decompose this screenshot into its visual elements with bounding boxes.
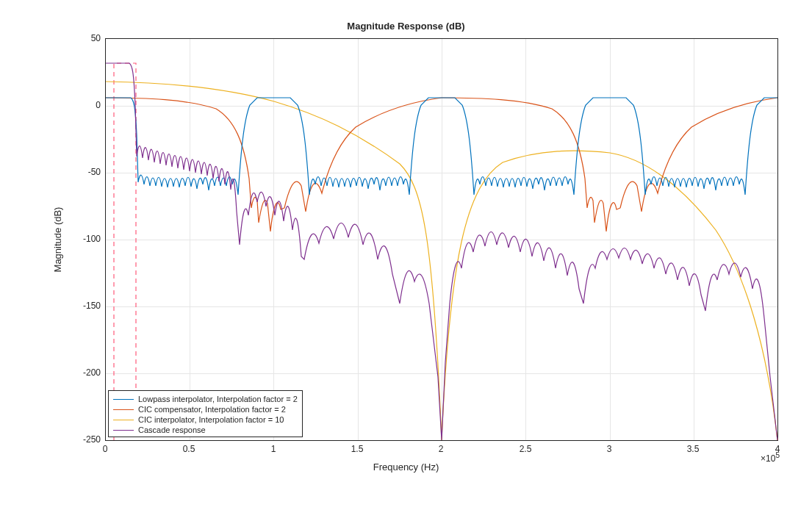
series-cic-comp [106, 98, 777, 231]
legend-swatch [113, 409, 134, 410]
legend-label: CIC compensator, Interpolation factor = … [138, 404, 286, 414]
legend-item: Lowpass interpolator, Interpolation fact… [113, 394, 298, 404]
series-cic-interp [106, 82, 777, 440]
xtick: 3 [587, 444, 631, 454]
xtick: 2.5 [503, 444, 547, 454]
ytick: 50 [71, 33, 101, 43]
legend-swatch [113, 420, 134, 420]
xtick: 3.5 [671, 444, 715, 454]
legend-swatch [113, 399, 134, 400]
plot-area [105, 38, 778, 441]
xtick: 0.5 [167, 444, 211, 454]
ytick: -150 [71, 301, 101, 311]
legend-label: CIC interpolator, Interpolation factor =… [138, 414, 284, 425]
xtick: 0 [83, 444, 127, 454]
mask-line [114, 63, 136, 440]
legend-label: Lowpass interpolator, Interpolation fact… [138, 394, 298, 404]
ytick: -100 [71, 234, 101, 244]
ytick: -250 [71, 434, 101, 445]
xtick: 2 [419, 444, 463, 454]
ytick: -50 [71, 167, 101, 177]
series-lowpass [106, 98, 777, 195]
x-axis-label: Frequency (Hz) [0, 461, 812, 473]
chart-container: Magnitude Response (dB) [0, 0, 812, 510]
y-axis-label: Magnitude (dB) [52, 207, 63, 273]
ytick: 0 [71, 100, 101, 110]
series-cascade [106, 63, 777, 440]
legend-label: Cascade response [138, 425, 206, 435]
plot-svg [106, 39, 777, 440]
xtick: 1 [251, 444, 295, 454]
legend-item: CIC interpolator, Interpolation factor =… [113, 414, 298, 425]
xtick: 1.5 [335, 444, 379, 454]
legend-item: Cascade response [113, 425, 298, 435]
chart-title: Magnitude Response (dB) [0, 21, 812, 32]
legend-swatch [113, 430, 134, 431]
legend-item: CIC compensator, Interpolation factor = … [113, 404, 298, 414]
x-axis-exponent: ×105 [761, 451, 780, 464]
ytick: -200 [71, 367, 101, 378]
legend: Lowpass interpolator, Interpolation fact… [108, 390, 303, 437]
